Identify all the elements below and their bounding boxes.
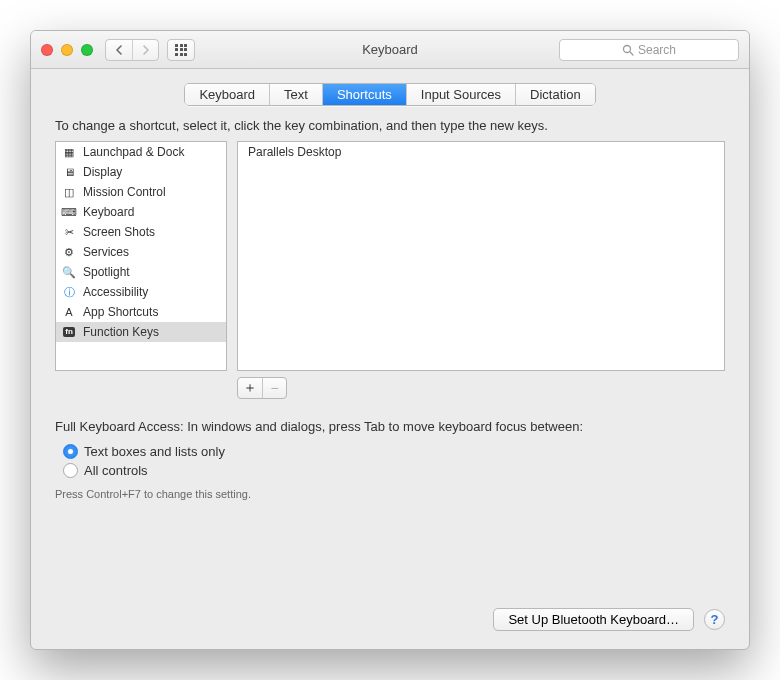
tab-text[interactable]: Text <box>269 84 322 105</box>
radio-indicator <box>63 444 78 459</box>
grid-icon <box>175 44 187 56</box>
radio-all-controls[interactable]: All controls <box>63 461 725 480</box>
full-keyboard-access-hint: Press Control+F7 to change this setting. <box>55 488 725 500</box>
category-label: Keyboard <box>83 203 134 221</box>
forward-button[interactable] <box>132 40 158 60</box>
back-button[interactable] <box>106 40 132 60</box>
category-label: Spotlight <box>83 263 130 281</box>
footer: Set Up Bluetooth Keyboard… ? <box>55 584 725 631</box>
minimize-button[interactable] <box>61 44 73 56</box>
search-icon <box>622 44 634 56</box>
app-item-label: Parallels Desktop <box>248 145 341 159</box>
remove-button[interactable]: − <box>262 378 286 398</box>
nav-back-forward <box>105 39 159 61</box>
category-label: Services <box>83 243 129 261</box>
app-shortcuts-icon: A <box>61 306 77 319</box>
category-label: Screen Shots <box>83 223 155 241</box>
fn-icon: fn <box>61 326 77 339</box>
category-screen-shots[interactable]: ✂Screen Shots <box>56 222 226 242</box>
help-button[interactable]: ? <box>704 609 725 630</box>
traffic-lights <box>41 44 93 56</box>
tab-input-sources[interactable]: Input Sources <box>406 84 515 105</box>
category-launchpad-dock[interactable]: ▦Launchpad & Dock <box>56 142 226 162</box>
mission-control-icon: ◫ <box>61 186 77 199</box>
add-button[interactable]: ＋ <box>238 378 262 398</box>
window-title: Keyboard <box>362 42 418 57</box>
app-item[interactable]: Parallels Desktop <box>238 142 724 162</box>
svg-point-0 <box>623 45 630 52</box>
categories-list[interactable]: ▦Launchpad & Dock 🖥Display ◫Mission Cont… <box>55 141 227 371</box>
radio-label: Text boxes and lists only <box>84 444 225 459</box>
tab-keyboard[interactable]: Keyboard <box>185 84 269 105</box>
category-label: Display <box>83 163 122 181</box>
radio-label: All controls <box>84 463 148 478</box>
category-spotlight[interactable]: 🔍Spotlight <box>56 262 226 282</box>
category-accessibility[interactable]: ⓘAccessibility <box>56 282 226 302</box>
category-label: Accessibility <box>83 283 148 301</box>
spotlight-icon: 🔍 <box>61 266 77 279</box>
tab-segmented-control: Keyboard Text Shortcuts Input Sources Di… <box>184 83 595 106</box>
panes: ▦Launchpad & Dock 🖥Display ◫Mission Cont… <box>55 141 725 371</box>
zoom-button[interactable] <box>81 44 93 56</box>
category-display[interactable]: 🖥Display <box>56 162 226 182</box>
category-app-shortcuts[interactable]: AApp Shortcuts <box>56 302 226 322</box>
category-label: Mission Control <box>83 183 166 201</box>
tab-shortcuts[interactable]: Shortcuts <box>322 84 406 105</box>
instruction-text: To change a shortcut, select it, click t… <box>55 118 725 133</box>
tab-dictation[interactable]: Dictation <box>515 84 595 105</box>
radio-indicator <box>63 463 78 478</box>
category-label: App Shortcuts <box>83 303 158 321</box>
category-function-keys[interactable]: fnFunction Keys <box>56 322 226 342</box>
titlebar: Keyboard Search <box>31 31 749 69</box>
category-services[interactable]: ⚙Services <box>56 242 226 262</box>
display-icon: 🖥 <box>61 166 77 179</box>
add-remove-control: ＋ − <box>237 377 287 399</box>
preferences-window: Keyboard Search Keyboard Text Shortcuts … <box>30 30 750 650</box>
keyboard-icon: ⌨ <box>61 206 77 219</box>
content: To change a shortcut, select it, click t… <box>31 118 749 649</box>
category-label: Function Keys <box>83 323 159 341</box>
accessibility-icon: ⓘ <box>61 286 77 299</box>
category-mission-control[interactable]: ◫Mission Control <box>56 182 226 202</box>
category-keyboard[interactable]: ⌨Keyboard <box>56 202 226 222</box>
search-placeholder: Search <box>638 43 676 57</box>
full-keyboard-access-text: Full Keyboard Access: In windows and dia… <box>55 419 725 434</box>
apps-list[interactable]: Parallels Desktop <box>237 141 725 371</box>
screenshots-icon: ✂ <box>61 226 77 239</box>
launchpad-icon: ▦ <box>61 146 77 159</box>
radio-text-boxes-lists[interactable]: Text boxes and lists only <box>63 442 725 461</box>
tabs-row: Keyboard Text Shortcuts Input Sources Di… <box>31 69 749 118</box>
setup-bluetooth-keyboard-button[interactable]: Set Up Bluetooth Keyboard… <box>493 608 694 631</box>
search-input[interactable]: Search <box>559 39 739 61</box>
services-icon: ⚙ <box>61 246 77 259</box>
category-label: Launchpad & Dock <box>83 143 184 161</box>
svg-line-1 <box>630 52 633 55</box>
show-all-button[interactable] <box>167 39 195 61</box>
full-keyboard-access-radio-group: Text boxes and lists only All controls <box>63 442 725 480</box>
close-button[interactable] <box>41 44 53 56</box>
